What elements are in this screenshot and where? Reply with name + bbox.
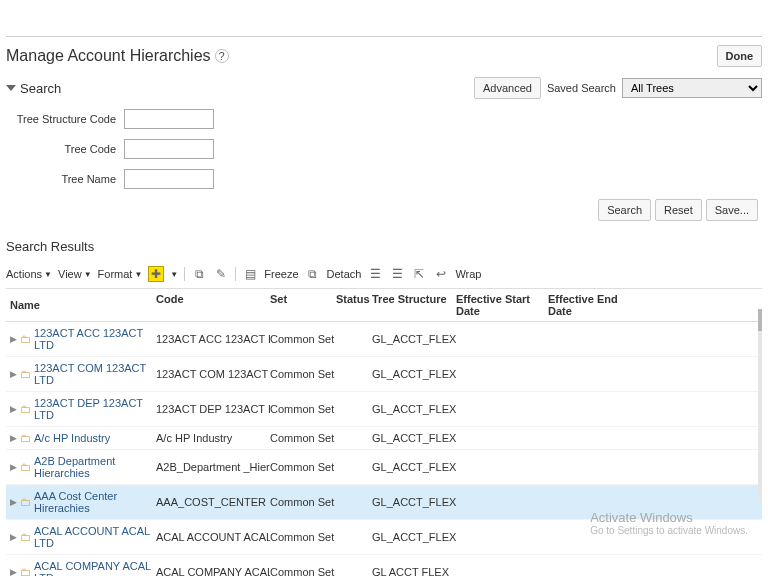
row-name-link[interactable]: A2B Department Hierarchies [34, 455, 156, 479]
row-code: ACAL COMPANY ACAL LTD [156, 566, 270, 576]
expand-icon[interactable]: ▶ [10, 404, 17, 414]
wrap-icon[interactable]: ↩ [433, 266, 449, 282]
tree-code-input[interactable] [124, 139, 214, 159]
tree-structure-code-label: Tree Structure Code [14, 113, 124, 125]
table-row[interactable]: ▶🗀A2B Department HierarchiesA2B_Departme… [6, 450, 762, 485]
row-set: Common Set [270, 403, 336, 415]
row-name-link[interactable]: ACAL COMPANY ACAL LTD [34, 560, 156, 576]
row-tree-structure: GL_ACCT_FLEX [372, 368, 456, 380]
row-code: A2B_Department _Hierarchi [156, 461, 270, 473]
col-code[interactable]: Code [156, 293, 270, 317]
row-set: Common Set [270, 566, 336, 576]
search-section-label: Search [20, 81, 61, 96]
create-icon[interactable]: ✚ [148, 266, 164, 282]
go-top-icon[interactable]: ⇱ [411, 266, 427, 282]
row-code: AAA_COST_CENTER [156, 496, 270, 508]
expand-icon[interactable]: ▶ [10, 369, 17, 379]
advanced-button[interactable]: Advanced [474, 77, 541, 99]
grid-scrollbar[interactable] [758, 309, 762, 499]
search-section-toggle[interactable]: Search [6, 81, 61, 96]
row-tree-structure: GL_ACCT_FLEX [372, 333, 456, 345]
results-toolbar: Actions ▼ View ▼ Format ▼ ✚ ▼ ⧉ ✎ ▤ Free… [6, 264, 762, 284]
row-name-link[interactable]: ACAL ACCOUNT ACAL LTD [34, 525, 156, 549]
col-tree-structure[interactable]: Tree Structure [372, 293, 456, 317]
folder-icon: 🗀 [20, 496, 31, 508]
collapse-icon [6, 85, 16, 91]
col-effective-end-date[interactable]: Effective End Date [548, 293, 638, 317]
tree-name-label: Tree Name [14, 173, 124, 185]
table-row[interactable]: ▶🗀123ACT COM 123ACT LTD123ACT COM 123ACT… [6, 357, 762, 392]
detach-icon[interactable]: ⧉ [305, 266, 321, 282]
row-tree-structure: GL_ACCT_FLEX [372, 461, 456, 473]
detach-label[interactable]: Detach [327, 268, 362, 280]
col-effective-start-date[interactable]: Effective Start Date [456, 293, 548, 317]
table-row[interactable]: ▶🗀ACAL COMPANY ACAL LTDACAL COMPANY ACAL… [6, 555, 762, 576]
tree-name-input[interactable] [124, 169, 214, 189]
toolbar-divider [235, 267, 236, 281]
page-title-text: Manage Account Hierarchies [6, 47, 211, 65]
folder-icon: 🗀 [20, 368, 31, 380]
save-button[interactable]: Save... [706, 199, 758, 221]
view-menu[interactable]: View ▼ [58, 268, 92, 280]
expand-icon[interactable]: ▶ [10, 462, 17, 472]
expand-icon[interactable]: ▶ [10, 532, 17, 542]
row-set: Common Set [270, 368, 336, 380]
watermark-line1: Activate Windows [590, 510, 748, 525]
expand-icon[interactable]: ▶ [10, 334, 17, 344]
tree-code-label: Tree Code [14, 143, 124, 155]
row-tree-structure: GL_ACCT_FLEX [372, 403, 456, 415]
row-name-link[interactable]: A/c HP Industry [34, 432, 110, 444]
row-code: 123ACT ACC 123ACT LTD [156, 333, 270, 345]
row-tree-structure: GL_ACCT_FLEX [372, 531, 456, 543]
col-set[interactable]: Set [270, 293, 336, 317]
expand-icon[interactable]: ▶ [10, 433, 17, 443]
expand-icon[interactable]: ▶ [10, 567, 17, 576]
row-code: 123ACT DEP 123ACT LTD [156, 403, 270, 415]
folder-icon: 🗀 [20, 461, 31, 473]
wrap-label[interactable]: Wrap [455, 268, 481, 280]
expand-all-icon[interactable]: ☰ [367, 266, 383, 282]
toolbar-divider [184, 267, 185, 281]
col-name[interactable]: Name [6, 293, 156, 317]
row-set: Common Set [270, 333, 336, 345]
row-name-link[interactable]: 123ACT ACC 123ACT LTD [34, 327, 156, 351]
page-title: Manage Account Hierarchies ? [6, 47, 229, 65]
row-tree-structure: GL_ACCT_FLEX [372, 432, 456, 444]
row-code: ACAL ACCOUNT ACAL LTD [156, 531, 270, 543]
reset-button[interactable]: Reset [655, 199, 702, 221]
expand-icon[interactable]: ▶ [10, 497, 17, 507]
col-status[interactable]: Status [336, 293, 372, 317]
actions-menu[interactable]: Actions ▼ [6, 268, 52, 280]
format-menu[interactable]: Format ▼ [98, 268, 143, 280]
edit-icon[interactable]: ✎ [213, 266, 229, 282]
done-button[interactable]: Done [717, 45, 763, 67]
row-name-link[interactable]: 123ACT COM 123ACT LTD [34, 362, 156, 386]
help-icon[interactable]: ? [215, 49, 229, 63]
folder-icon: 🗀 [20, 432, 31, 444]
table-row[interactable]: ▶🗀123ACT DEP 123ACT LTD123ACT DEP 123ACT… [6, 392, 762, 427]
create-menu-chevron[interactable]: ▼ [170, 270, 178, 279]
table-header-row: Name Code Set Status Tree Structure Effe… [6, 289, 762, 322]
search-button[interactable]: Search [598, 199, 651, 221]
results-title: Search Results [6, 239, 762, 254]
freeze-label[interactable]: Freeze [264, 268, 298, 280]
saved-search-select[interactable]: All Trees [622, 78, 762, 98]
grid-scroll-thumb[interactable] [758, 309, 762, 331]
row-name-link[interactable]: 123ACT DEP 123ACT LTD [34, 397, 156, 421]
row-tree-structure: GL_ACCT_FLEX [372, 496, 456, 508]
row-set: Common Set [270, 496, 336, 508]
row-name-link[interactable]: AAA Cost Center Hirerachies [34, 490, 156, 514]
table-row[interactable]: ▶🗀123ACT ACC 123ACT LTD123ACT ACC 123ACT… [6, 322, 762, 357]
row-code: 123ACT COM 123ACT LTD [156, 368, 270, 380]
collapse-all-icon[interactable]: ☰ [389, 266, 405, 282]
freeze-icon[interactable]: ▤ [242, 266, 258, 282]
tree-structure-code-input[interactable] [124, 109, 214, 129]
row-set: Common Set [270, 461, 336, 473]
row-tree-structure: GL ACCT FLEX [372, 566, 456, 576]
table-row[interactable]: ▶🗀A/c HP IndustryA/c HP IndustryCommon S… [6, 427, 762, 450]
row-code: A/c HP Industry [156, 432, 270, 444]
row-set: Common Set [270, 531, 336, 543]
duplicate-icon[interactable]: ⧉ [191, 266, 207, 282]
folder-icon: 🗀 [20, 566, 31, 576]
folder-icon: 🗀 [20, 333, 31, 345]
